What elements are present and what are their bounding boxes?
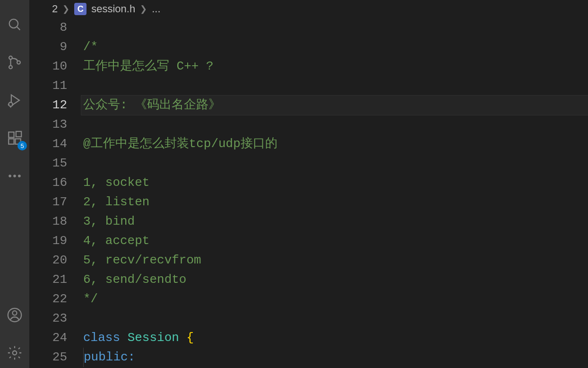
code-line[interactable] (81, 115, 588, 134)
more-icon[interactable] (3, 165, 26, 187)
svg-rect-8 (9, 139, 14, 144)
line-number: 15 (29, 154, 67, 173)
svg-rect-10 (16, 131, 21, 137)
code-line[interactable] (81, 154, 588, 173)
svg-rect-7 (9, 132, 14, 137)
svg-point-16 (13, 351, 17, 355)
code-line[interactable]: 6, send/sendto (81, 270, 588, 289)
breadcrumb-filename: session.h (91, 3, 135, 15)
svg-point-13 (18, 175, 21, 177)
editor-main: 2 ❯ C session.h ❯ ... 891011121314151617… (29, 0, 588, 368)
chevron-right-icon: ❯ (62, 4, 69, 14)
extensions-icon[interactable]: 5 (3, 127, 26, 149)
source-control-icon[interactable] (3, 51, 26, 74)
run-debug-icon[interactable] (3, 89, 26, 112)
code-line[interactable]: 1, socket (81, 173, 588, 193)
svg-point-12 (13, 175, 16, 177)
line-number: 24 (29, 328, 67, 348)
search-icon[interactable] (3, 13, 26, 36)
chevron-right-icon: ❯ (140, 4, 147, 14)
line-number: 14 (29, 134, 67, 154)
accounts-icon[interactable] (3, 304, 26, 326)
line-number: 10 (29, 57, 67, 76)
svg-point-2 (9, 56, 12, 60)
code-line[interactable]: public: (81, 348, 588, 367)
line-number: 16 (29, 173, 67, 193)
line-number: 18 (29, 212, 67, 231)
svg-point-11 (9, 175, 11, 177)
language-badge-icon: C (74, 3, 86, 15)
svg-point-15 (12, 311, 17, 315)
code-line[interactable] (81, 309, 588, 328)
code-line[interactable]: 2, listen (81, 193, 588, 212)
code-line[interactable]: 3, bind (81, 212, 588, 231)
line-number: 11 (29, 76, 67, 96)
settings-gear-icon[interactable] (3, 342, 26, 364)
svg-point-4 (17, 61, 20, 64)
line-number: 17 (29, 193, 67, 212)
line-number: 23 (29, 309, 67, 328)
svg-point-3 (9, 66, 12, 69)
line-number: 19 (29, 231, 67, 251)
code-line[interactable]: 公众号: 《码出名企路》 (81, 96, 588, 115)
breadcrumb-rest: ... (152, 3, 160, 15)
code-line[interactable]: 4, accept (81, 231, 588, 251)
line-number: 8 (29, 18, 67, 37)
line-number: 21 (29, 270, 67, 289)
line-number-gutter: 8910111213141516171819202122232425 (29, 18, 81, 368)
extensions-badge: 5 (17, 141, 27, 150)
svg-line-1 (17, 27, 20, 30)
activity-bar: 5 (0, 0, 29, 368)
line-number: 13 (29, 115, 67, 134)
code-editor[interactable]: 8910111213141516171819202122232425 /*工作中… (29, 18, 588, 368)
code-line[interactable]: /* (81, 37, 588, 57)
code-line[interactable]: class Session { (81, 328, 588, 348)
line-number: 25 (29, 348, 67, 367)
code-content[interactable]: /*工作中是怎么写 C++ ? 公众号: 《码出名企路》 @工作中是怎么封装tc… (81, 18, 588, 368)
code-line[interactable] (81, 76, 588, 96)
code-line[interactable]: 5, recv/recvfrom (81, 251, 588, 270)
breadcrumb-prefix: 2 (52, 3, 58, 15)
code-line[interactable]: @工作中是怎么封装tcp/udp接口的 (81, 134, 588, 154)
code-line[interactable]: 工作中是怎么写 C++ ? (81, 57, 588, 76)
line-number: 9 (29, 37, 67, 57)
code-line[interactable]: */ (81, 289, 588, 309)
line-number: 22 (29, 289, 67, 309)
breadcrumb[interactable]: 2 ❯ C session.h ❯ ... (29, 0, 588, 18)
code-line[interactable] (81, 18, 588, 37)
line-number: 20 (29, 251, 67, 270)
svg-point-0 (9, 19, 18, 28)
line-number: 12 (29, 96, 67, 115)
